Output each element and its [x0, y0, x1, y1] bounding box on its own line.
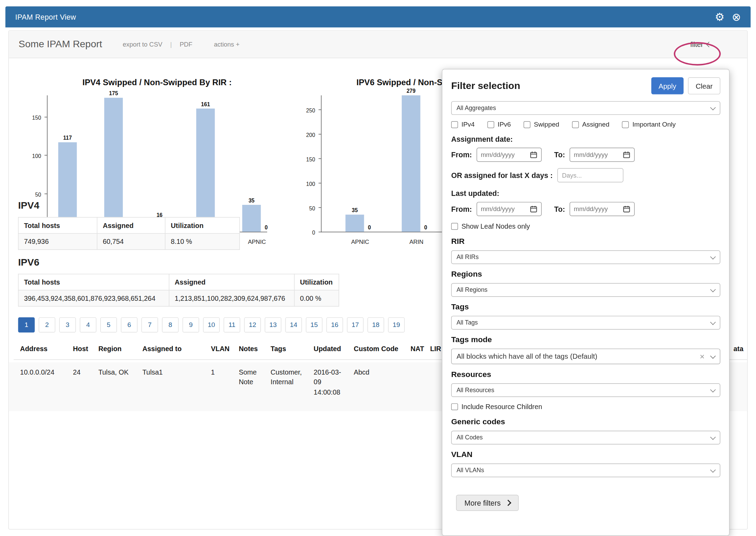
- page-button-10[interactable]: 10: [203, 317, 220, 332]
- page-button-16[interactable]: 16: [326, 317, 343, 332]
- filter-checkbox-ipv4[interactable]: IPv4: [451, 121, 475, 128]
- leaf-nodes-checkbox[interactable]: Show Leaf Nodes only: [451, 222, 720, 230]
- column-header-nat[interactable]: NAT: [410, 345, 429, 353]
- bar-value-label: 0: [259, 225, 274, 230]
- page-button-6[interactable]: 6: [121, 317, 137, 332]
- report-toolbar: Some IPAM Report export to CSV | PDF act…: [9, 31, 747, 58]
- column-header-tags[interactable]: Tags: [271, 345, 310, 353]
- ipv4-col-assigned: Assigned: [97, 217, 165, 234]
- column-header-updated[interactable]: Updated: [314, 345, 345, 353]
- chevron-right-icon: [505, 500, 511, 506]
- more-filters-button[interactable]: More filters: [456, 495, 519, 511]
- page-button-3[interactable]: 3: [59, 317, 76, 332]
- column-header-custom-code[interactable]: Custom Code: [354, 345, 407, 353]
- tags-select[interactable]: All Tags: [451, 316, 720, 330]
- table-cell: 24: [73, 367, 93, 377]
- y-tick-label: 150: [294, 157, 315, 162]
- y-tick-label: 150: [20, 115, 41, 121]
- resources-heading: Resources: [451, 370, 720, 379]
- export-csv-link[interactable]: export to CSV: [123, 41, 163, 48]
- page-button-2[interactable]: 2: [39, 317, 55, 332]
- actions-menu-link[interactable]: actions +: [214, 41, 240, 48]
- filter-checkbox-important-only[interactable]: Important Only: [622, 121, 676, 128]
- rir-select[interactable]: All RIRs: [451, 250, 720, 264]
- date-placeholder: mm/dd/yyyy: [574, 205, 608, 212]
- tags-value: All Tags: [457, 319, 478, 326]
- page-button-12[interactable]: 12: [244, 317, 261, 332]
- page-button-7[interactable]: 7: [142, 317, 158, 332]
- page-button-9[interactable]: 9: [183, 317, 199, 332]
- column-header-host[interactable]: Host: [73, 345, 93, 353]
- filter-panel-title: Filter selection: [451, 80, 520, 91]
- y-tick-mark: [319, 183, 321, 183]
- apply-button[interactable]: Apply: [651, 77, 684, 95]
- ipv6-summary-row: 396,453,924,358,601,876,923,968,651,264 …: [18, 290, 339, 306]
- vlan-select[interactable]: All VLANs: [451, 464, 720, 477]
- column-header-region[interactable]: Region: [98, 345, 138, 353]
- updated-to-date-input[interactable]: mm/dd/yyyy: [570, 202, 635, 216]
- column-header-assigned-to[interactable]: Assigned to: [142, 345, 206, 353]
- table-cell: 2016-03-09 14:00:08: [314, 367, 345, 397]
- page-button-13[interactable]: 13: [265, 317, 281, 332]
- filter-panel: Filter selection Apply Clear All Aggrega…: [442, 69, 729, 536]
- checkbox-icon: [622, 121, 629, 128]
- column-header-notes[interactable]: Notes: [239, 345, 264, 353]
- assignment-to-date-input[interactable]: mm/dd/yyyy: [570, 148, 635, 162]
- tags-heading: Tags: [451, 302, 720, 311]
- x-category-label: APNIC: [234, 239, 280, 246]
- page-button-1[interactable]: 1: [18, 317, 35, 332]
- tags-mode-icons: ×: [700, 352, 715, 360]
- ipv6-assigned-value: 1,213,851,100,282,309,624,987,676: [169, 290, 294, 306]
- checkbox-label: IPv4: [462, 121, 475, 128]
- page-button-11[interactable]: 11: [224, 317, 240, 332]
- include-resource-children-checkbox[interactable]: Include Resource Children: [451, 403, 720, 411]
- page-button-18[interactable]: 18: [368, 317, 384, 332]
- settings-gear-icon[interactable]: ⚙: [715, 11, 725, 22]
- table-cell: 1: [211, 367, 234, 377]
- assignment-from-date-input[interactable]: mm/dd/yyyy: [476, 148, 542, 162]
- page-button-14[interactable]: 14: [285, 317, 302, 332]
- page-button-5[interactable]: 5: [100, 317, 117, 332]
- clear-button[interactable]: Clear: [688, 77, 720, 95]
- chevron-down-icon: [710, 467, 716, 472]
- filter-toggle-button[interactable]: filter: [690, 40, 711, 48]
- report-title: Some IPAM Report: [19, 39, 102, 50]
- column-header-vlan[interactable]: VLAN: [211, 345, 234, 353]
- chevron-down-icon: [710, 105, 716, 110]
- pdf-link[interactable]: PDF: [180, 41, 192, 48]
- ipv4-col-utilization: Utilization: [165, 217, 239, 234]
- ipv6-col-assigned: Assigned: [169, 274, 294, 290]
- close-icon[interactable]: ⊗: [732, 11, 741, 22]
- filter-checkbox-assigned[interactable]: Assigned: [572, 121, 610, 128]
- page-button-19[interactable]: 19: [388, 317, 405, 332]
- y-tick-label: 250: [294, 108, 315, 113]
- chevron-down-icon: [710, 254, 716, 259]
- regions-select[interactable]: All Regions: [451, 283, 720, 297]
- pagination: 12345678910111213141516171819: [18, 317, 405, 332]
- date-placeholder: mm/dd/yyyy: [481, 151, 515, 158]
- generic-codes-select[interactable]: All Codes: [451, 431, 720, 445]
- bar-value-label: 0: [362, 225, 377, 230]
- table-cell: Some Note: [239, 367, 264, 387]
- bar-value-label: 35: [340, 207, 369, 213]
- updated-from-date-input[interactable]: mm/dd/yyyy: [476, 202, 542, 216]
- clear-x-icon[interactable]: ×: [700, 352, 705, 360]
- filter-checkbox-ipv6[interactable]: IPv6: [487, 121, 511, 128]
- page-button-4[interactable]: 4: [80, 317, 96, 332]
- resources-select[interactable]: All Resources: [451, 383, 720, 397]
- or-days-label: OR assigned for last X days :: [451, 171, 553, 179]
- date-placeholder: mm/dd/yyyy: [481, 205, 515, 212]
- y-tick-mark: [319, 232, 321, 232]
- days-input[interactable]: [557, 168, 623, 182]
- assignment-date-label: Assignment date:: [451, 135, 720, 143]
- page-button-15[interactable]: 15: [306, 317, 322, 332]
- chevron-down-icon: [710, 387, 716, 392]
- checkbox-icon: [451, 223, 458, 230]
- page-button-8[interactable]: 8: [162, 317, 178, 332]
- tags-mode-select[interactable]: All blocks which have all of the tags (D…: [451, 349, 720, 364]
- aggregates-select[interactable]: All Aggregates: [451, 101, 720, 115]
- column-header-partial: ata: [734, 345, 748, 353]
- filter-checkbox-swipped[interactable]: Swipped: [524, 121, 559, 128]
- column-header-address[interactable]: Address: [20, 345, 69, 353]
- page-button-17[interactable]: 17: [347, 317, 364, 332]
